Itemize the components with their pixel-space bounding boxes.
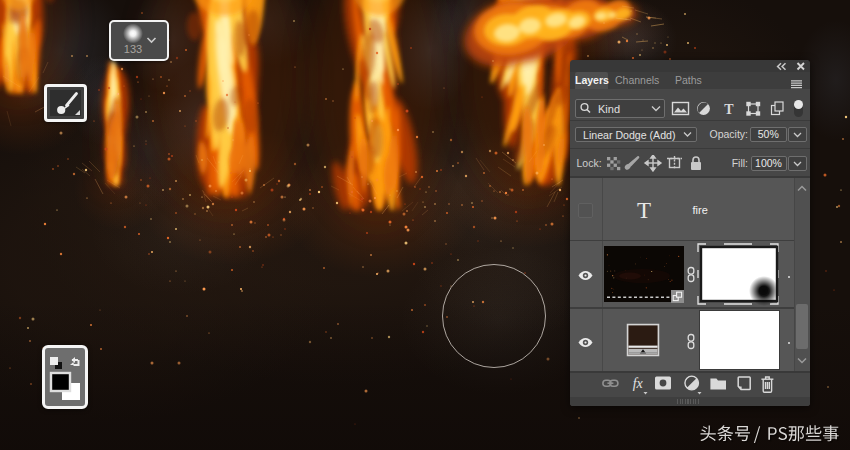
svg-text:Kind: Kind (598, 103, 620, 115)
svg-text:133: 133 (124, 43, 142, 55)
svg-text:fx: fx (633, 376, 644, 391)
svg-text:T: T (724, 102, 734, 117)
svg-text:Linear Dodge (Add): Linear Dodge (Add) (583, 129, 675, 141)
